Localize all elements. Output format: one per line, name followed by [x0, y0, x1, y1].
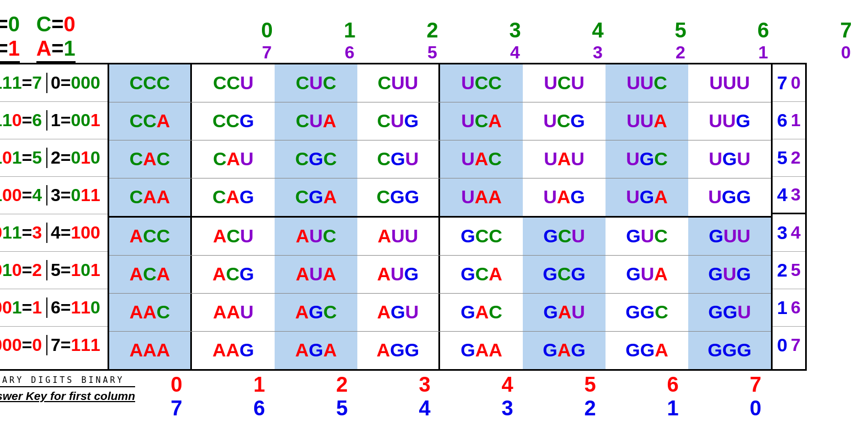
col-header-6: 6 1 — [722, 19, 805, 63]
left-label-row-5: 010=2 5=101 — [0, 252, 108, 289]
cell-5-6: GUA — [606, 256, 688, 293]
cell-2-5: UAU — [523, 140, 606, 178]
cell-4-4: GCC — [440, 218, 523, 255]
grid-row-3: CAA CAG CGA CGG UAA UAG UGA UGG — [109, 178, 771, 218]
cell-6-4: GAC — [440, 294, 523, 331]
cell-5-7: GUG — [688, 256, 771, 293]
col-header-5: 5 2 — [639, 19, 722, 63]
right-label-row-2: 52 — [773, 139, 805, 177]
right-label-row-1: 61 — [773, 102, 805, 139]
cell-7-3: AGG — [357, 332, 440, 369]
col-header-1: 1 6 — [308, 19, 391, 63]
binary-digits-label: BINARY DIGITS BINARY — [0, 375, 135, 387]
bot-top-6: 6 — [631, 373, 714, 397]
cell-3-4: UAA — [440, 178, 523, 216]
cell-4-1: ACU — [192, 218, 275, 255]
cell-7-4: GAA — [440, 332, 523, 369]
cell-3-3: CGG — [357, 178, 440, 216]
grid-row-1: CCA CCG CUA CUG UCA UCG UUA UUG — [109, 102, 771, 140]
legend-a0: A=0 — [0, 13, 20, 37]
cell-1-0: CCA — [109, 102, 192, 140]
grid-row-7: AAA AAG AGA AGG GAA GAG GGA GGG — [109, 332, 771, 369]
cell-5-3: AUG — [357, 256, 440, 293]
cell-5-4: GCA — [440, 256, 523, 293]
cell-0-6: UUC — [606, 64, 688, 102]
cell-3-6: UGA — [606, 178, 688, 216]
cell-3-7: UGG — [688, 178, 771, 216]
cell-4-5: GCU — [523, 218, 606, 255]
cell-5-5: GCG — [523, 256, 606, 293]
col-header-7: 7 0 — [805, 19, 868, 63]
bot-top-5: 5 — [549, 373, 631, 397]
cell-1-6: UUA — [606, 102, 688, 140]
cell-2-1: CAU — [192, 140, 275, 178]
right-label-row-0: 70 — [773, 64, 805, 102]
cell-2-6: UGC — [606, 140, 688, 178]
left-label-row-0: 111=7 0=000 — [0, 64, 108, 102]
cell-6-2: AGC — [275, 294, 357, 331]
bot-top-1: 1 — [218, 373, 301, 397]
bottom-section: BINARY DIGITS BINARY Answer Key for firs… — [0, 373, 797, 420]
cell-2-0: CAC — [109, 140, 192, 178]
bot-top-0: 0 — [135, 373, 218, 397]
col-header-3: 3 4 — [474, 19, 556, 63]
bot-bot-7: 0 — [714, 397, 797, 420]
bottom-top-row: 0 1 2 3 4 5 6 7 — [135, 373, 797, 397]
cell-6-3: AGU — [357, 294, 440, 331]
cell-3-5: UAG — [523, 178, 606, 216]
right-label-row-6: 16 — [773, 289, 805, 327]
cell-7-5: GAG — [523, 332, 606, 369]
col-header-4: 4 3 — [556, 19, 639, 63]
bot-top-4: 4 — [466, 373, 549, 397]
grid-row-4: ACC ACU AUC AUU GCC GCU GUC GUU — [109, 218, 771, 256]
cell-7-0: AAA — [109, 332, 192, 369]
cell-2-3: CGU — [357, 140, 440, 178]
cell-6-6: GGC — [606, 294, 688, 331]
bot-top-7: 7 — [714, 373, 797, 397]
col-header-0: 0 7 — [226, 19, 308, 63]
left-label-row-4: 011=3 4=100 — [0, 214, 108, 252]
answer-key-block: BINARY DIGITS BINARY Answer Key for firs… — [0, 373, 135, 403]
legend-c0: C=0 — [36, 13, 76, 37]
right-label-row-7: 07 — [773, 327, 805, 364]
codon-grid: CCC CCU CUC CUU UCC UCU UUC UUU CCA CCG … — [108, 63, 773, 371]
answer-key-text: Answer Key for first column — [0, 389, 135, 403]
cell-0-7: UUU — [688, 64, 771, 102]
bot-bot-6: 1 — [631, 397, 714, 420]
cell-3-2: CGA — [275, 178, 357, 216]
cell-1-5: UCG — [523, 102, 606, 140]
main-container: A=0 C=1 C=0 A=1 — [0, 7, 868, 425]
left-label-row-6: 001=1 6=110 — [0, 289, 108, 327]
cell-4-2: AUC — [275, 218, 357, 255]
cell-2-2: CGC — [275, 140, 357, 178]
cell-4-3: AUU — [357, 218, 440, 255]
bot-bot-3: 4 — [383, 397, 466, 420]
cell-0-2: CUC — [275, 64, 357, 102]
cell-0-0: CCC — [109, 64, 192, 102]
left-label-row-2: 101=5 2=010 — [0, 139, 108, 177]
bot-top-3: 3 — [383, 373, 466, 397]
cell-1-2: CUA — [275, 102, 357, 140]
cell-6-0: AAC — [109, 294, 192, 331]
bot-top-2: 2 — [301, 373, 383, 397]
left-labels: 111=7 0=000 110=6 1=001 101=5 2= — [0, 63, 108, 371]
grid-row-2: CAC CAU CGC CGU UAC UAU UGC UGU — [109, 140, 771, 178]
cell-1-3: CUG — [357, 102, 440, 140]
bot-bot-2: 5 — [301, 397, 383, 420]
cell-7-6: GGA — [606, 332, 688, 369]
bot-bot-4: 3 — [466, 397, 549, 420]
col-header-2: 2 5 — [391, 19, 474, 63]
legend-c1: C=1 — [0, 37, 20, 63]
right-label-row-5: 25 — [773, 252, 805, 289]
left-label-row-1: 110=6 1=001 — [0, 102, 108, 139]
cell-7-7: GGG — [688, 332, 771, 369]
cell-6-1: AAU — [192, 294, 275, 331]
bot-bot-0: 7 — [135, 397, 218, 420]
bot-bot-1: 6 — [218, 397, 301, 420]
legend-left: A=0 C=1 C=0 A=1 — [0, 13, 102, 62]
cell-5-1: ACG — [192, 256, 275, 293]
grid-row-6: AAC AAU AGC AGU GAC GAU GGC GGU — [109, 294, 771, 332]
right-label-row-4: 34 — [773, 214, 805, 252]
cell-4-0: ACC — [109, 218, 192, 255]
cell-0-3: CUU — [357, 64, 440, 102]
